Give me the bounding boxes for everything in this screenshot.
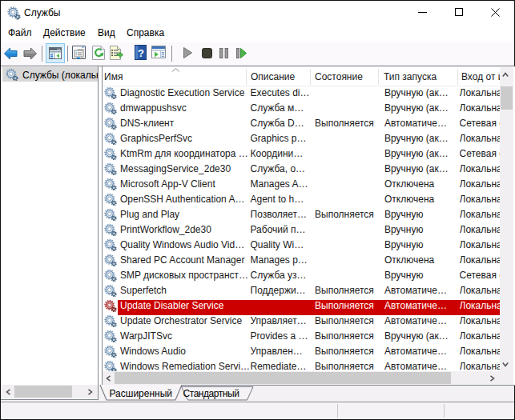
svg-text:?: ? xyxy=(138,47,144,59)
